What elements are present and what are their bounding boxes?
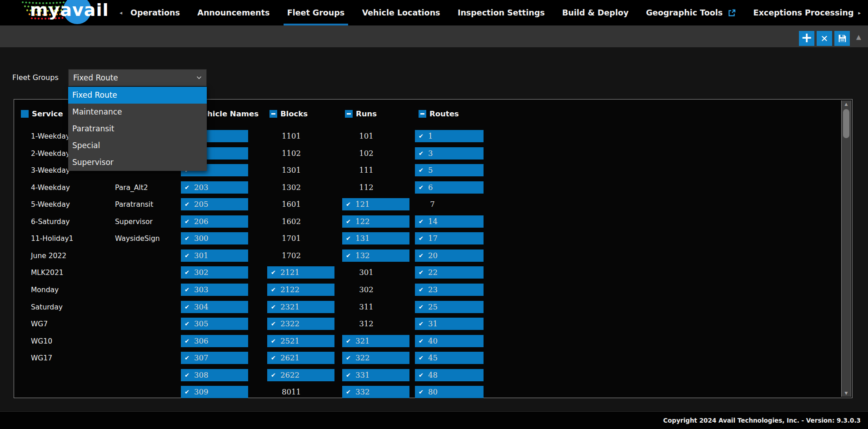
route-toggle[interactable]: ✔48 [415, 369, 484, 381]
vehicle-toggle[interactable]: ✔302 [181, 266, 248, 279]
nav-tab-operations[interactable]: Operations [130, 0, 180, 25]
vehicle-toggle[interactable]: ✔304 [181, 301, 248, 313]
block-toggle[interactable]: ✔2121 [267, 266, 334, 279]
nav-tab-inspection-settings[interactable]: Inspection Settings [458, 0, 545, 25]
dropdown-option-special[interactable]: Special [68, 137, 207, 154]
block-toggle[interactable]: 1301 [267, 164, 334, 176]
vehicle-toggle[interactable]: ✔301 [181, 249, 248, 262]
run-toggle[interactable]: 111 [342, 164, 409, 176]
block-toggle[interactable]: ✔2122 [267, 284, 334, 296]
run-toggle[interactable]: ✔121 [342, 198, 409, 210]
dropdown-option-fixed-route[interactable]: Fixed Route [68, 87, 207, 104]
check-icon: ✔ [419, 372, 424, 379]
select-all-runs-checkbox[interactable] [345, 110, 353, 118]
run-toggle[interactable]: ✔131 [342, 232, 409, 244]
block-toggle[interactable]: ✔2321 [267, 301, 334, 313]
run-toggle[interactable]: 101 [342, 130, 409, 142]
run-toggle[interactable]: ✔122 [342, 215, 409, 228]
delete-button[interactable]: ✕ [817, 31, 832, 46]
route-toggle[interactable]: ✔3 [415, 147, 484, 160]
fleet-groups-select[interactable]: Fixed Route [68, 69, 207, 86]
dropdown-option-paratransit[interactable]: Paratransit [68, 120, 207, 137]
dropdown-option-supervisor[interactable]: Supervisor [68, 154, 207, 171]
vehicle-toggle[interactable]: ✔308 [181, 369, 248, 381]
vehicle-toggle[interactable]: ✔300 [181, 232, 248, 244]
run-toggle[interactable]: 301 [342, 266, 409, 279]
scroll-up-icon[interactable]: ▲ [842, 102, 851, 106]
vertical-scrollbar[interactable]: ▲ ▼ [841, 100, 851, 397]
save-button[interactable] [834, 31, 850, 46]
footer: Copyright 2024 Avail Technologies, Inc. … [0, 411, 868, 429]
run-toggle[interactable]: ✔322 [342, 352, 409, 364]
route-toggle[interactable]: ✔25 [415, 301, 484, 313]
route-toggle[interactable]: ✔80 [415, 386, 484, 398]
myavail-logo[interactable]: myavail [9, 0, 118, 25]
select-all-service-checkbox[interactable] [21, 110, 29, 118]
route-toggle[interactable]: ✔23 [415, 284, 484, 296]
run-toggle[interactable]: 311 [342, 301, 409, 313]
nav-tab-geographic-tools[interactable]: Geographic Tools [646, 0, 736, 25]
block-toggle[interactable]: 1101 [267, 130, 334, 142]
run-toggle[interactable]: 312 [342, 318, 409, 330]
run-toggle[interactable]: ✔321 [342, 335, 409, 347]
block-toggle[interactable]: ✔2322 [267, 318, 334, 330]
vehicle-toggle[interactable]: ✔307 [181, 352, 248, 364]
check-icon: ✔ [271, 286, 276, 293]
block-toggle[interactable]: 1601 [267, 198, 334, 210]
run-toggle[interactable]: ✔331 [342, 369, 409, 381]
run-toggle[interactable]: ✔332 [342, 386, 409, 398]
select-all-blocks-checkbox[interactable] [269, 110, 277, 118]
fleet-groups-dropdown-list: Fixed RouteMaintenanceParatransitSpecial… [68, 87, 207, 171]
run-toggle[interactable]: 102 [342, 147, 409, 160]
vehicle-toggle[interactable]: ✔306 [181, 335, 248, 347]
add-button[interactable]: + [799, 31, 814, 46]
run-toggle[interactable]: 112 [342, 181, 409, 194]
nav-tab-exceptions-processing[interactable]: Exceptions Processing▸ [753, 0, 861, 25]
route-toggle[interactable]: ✔45 [415, 352, 484, 364]
dropdown-option-maintenance[interactable]: Maintenance [68, 104, 207, 120]
route-toggle[interactable]: 7 [415, 198, 484, 210]
block-toggle[interactable]: ✔2521 [267, 335, 334, 347]
vehicle-toggle[interactable]: ✔303 [181, 284, 248, 296]
scroll-down-icon[interactable]: ▼ [842, 391, 851, 395]
block-toggle[interactable]: ✔2621 [267, 352, 334, 364]
route-toggle[interactable]: ✔5 [415, 164, 484, 176]
toggle-label: 25 [428, 303, 438, 311]
block-toggle[interactable]: 1701 [267, 232, 334, 244]
route-toggle[interactable]: ✔17 [415, 232, 484, 244]
block-toggle[interactable]: 8011 [267, 386, 334, 398]
scrollbar-thumb[interactable] [843, 109, 849, 138]
route-toggle[interactable]: ✔22 [415, 266, 484, 279]
toggle-label: 2621 [280, 354, 299, 362]
toggle-label: 307 [194, 354, 209, 362]
block-toggle[interactable]: 1302 [267, 181, 334, 194]
collapse-panel-icon[interactable]: ▲ [856, 33, 861, 40]
route-toggle[interactable]: ✔40 [415, 335, 484, 347]
table-row: MLK2021✔302✔2121301✔22 [14, 264, 839, 281]
select-all-routes-checkbox[interactable] [419, 110, 426, 118]
run-toggle[interactable]: ✔132 [342, 249, 409, 262]
route-toggle[interactable]: ✔1 [415, 130, 484, 142]
block-toggle[interactable]: ✔2622 [267, 369, 334, 381]
block-toggle[interactable]: 1702 [267, 249, 334, 262]
block-toggle[interactable]: 1602 [267, 215, 334, 228]
nav-tab-build-deploy[interactable]: Build & Deploy [562, 0, 629, 25]
nav-tab-announcements[interactable]: Announcements [197, 0, 269, 25]
toggle-label: 121 [355, 200, 370, 209]
chevron-down-icon [196, 76, 202, 80]
nav-collapse-arrow-icon[interactable]: ◂ [120, 10, 122, 16]
route-toggle[interactable]: ✔14 [415, 215, 484, 228]
run-toggle[interactable]: 302 [342, 284, 409, 296]
route-toggle[interactable]: ✔20 [415, 249, 484, 262]
vehicle-toggle[interactable]: ✔206 [181, 215, 248, 228]
nav-tab-vehicle-locations[interactable]: Vehicle Locations [362, 0, 440, 25]
block-toggle[interactable]: 1102 [267, 147, 334, 160]
vehicle-toggle[interactable]: ✔309 [181, 386, 248, 398]
route-toggle[interactable]: ✔31 [415, 318, 484, 330]
nav-tab-fleet-groups[interactable]: Fleet Groups [287, 0, 345, 25]
vehicle-toggle[interactable]: ✔205 [181, 198, 248, 210]
vehicle-toggle[interactable]: ✔305 [181, 318, 248, 330]
nav-tab-label: Inspection Settings [458, 8, 545, 17]
vehicle-toggle[interactable]: ✔203 [181, 181, 248, 194]
route-toggle[interactable]: ✔6 [415, 181, 484, 194]
